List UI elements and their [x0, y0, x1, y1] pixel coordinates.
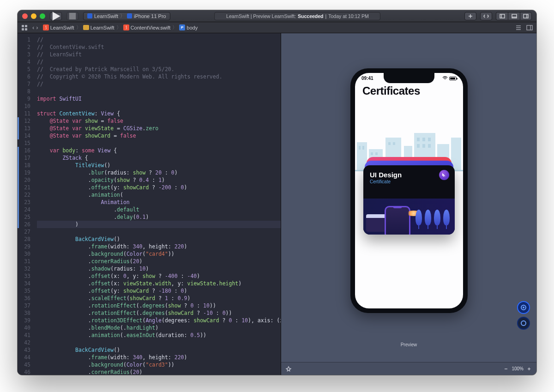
- device-frame: 09:41 Certificates: [350, 68, 468, 313]
- preview-inspect-button[interactable]: [517, 317, 530, 330]
- zoom-in-button[interactable]: [526, 366, 532, 372]
- zoom-level[interactable]: 100%: [512, 366, 524, 371]
- back-button[interactable]: ‹: [32, 24, 34, 30]
- svg-rect-18: [371, 152, 373, 155]
- swift-file-icon: ⟆: [123, 24, 129, 30]
- fullscreen-icon[interactable]: [40, 13, 45, 19]
- svg-rect-8: [527, 25, 532, 30]
- history-nav: ‹ ›: [32, 24, 38, 30]
- library-button[interactable]: [464, 12, 476, 20]
- svg-rect-20: [388, 142, 391, 145]
- editor-options-icon[interactable]: [526, 24, 533, 31]
- stop-button[interactable]: [66, 12, 78, 20]
- close-icon[interactable]: [22, 13, 28, 19]
- battery-icon: [449, 77, 457, 80]
- preview-page-title: Certificates: [355, 81, 463, 99]
- svg-rect-25: [417, 144, 420, 148]
- svg-rect-2: [512, 14, 517, 18]
- status-separator: |: [325, 13, 327, 19]
- canvas-area[interactable]: 09:41 Certificates: [281, 33, 536, 362]
- card-illustration: [363, 199, 455, 235]
- device-icon: [127, 13, 132, 18]
- status-prefix: LearnSwift | Preview LearnSwift:: [226, 13, 296, 19]
- editor-split: 1234567891011121314151617181920212223242…: [18, 33, 536, 375]
- wifi-icon: [442, 76, 448, 80]
- folder-icon: [83, 25, 89, 30]
- chevron-right-icon: 〉: [120, 12, 125, 19]
- minimize-icon[interactable]: [31, 13, 36, 19]
- scheme-target-label: LearnSwift: [94, 13, 118, 19]
- svg-rect-4: [22, 25, 24, 27]
- path-symbol-label: body: [187, 25, 198, 30]
- scheme-selector[interactable]: LearnSwift 〉 iPhone 11 Pro: [83, 12, 170, 20]
- path-file-label: ContentView.swift: [131, 25, 171, 30]
- svg-rect-26: [422, 144, 425, 148]
- card-title: UI Design: [370, 171, 448, 179]
- svg-rect-17: [362, 146, 364, 150]
- card-stack: UI Design Certificate: [363, 165, 455, 239]
- zoom-out-button[interactable]: [503, 366, 509, 372]
- pin-icon[interactable]: [286, 366, 291, 372]
- forward-button[interactable]: ›: [36, 24, 38, 30]
- device-screen[interactable]: 09:41 Certificates: [355, 73, 463, 308]
- svg-rect-6: [22, 28, 24, 30]
- path-project[interactable]: ⟆ LearnSwift: [43, 24, 74, 30]
- svg-rect-19: [375, 152, 378, 155]
- svg-rect-16: [359, 146, 361, 150]
- swift-logo-icon: [439, 170, 449, 180]
- preview-label: Preview: [281, 342, 536, 347]
- status-result: Succeeded: [298, 13, 323, 19]
- card-subtitle: Certificate: [370, 179, 448, 184]
- toggle-debug-button[interactable]: [508, 12, 520, 20]
- editor-lines-icon[interactable]: [515, 24, 522, 31]
- code-area[interactable]: //// ContentView.swift// LearnSwift//// …: [34, 33, 281, 375]
- property-icon: P: [179, 24, 185, 30]
- chevron-right-icon: 〉: [76, 24, 81, 31]
- svg-rect-24: [428, 138, 431, 141]
- source-editor[interactable]: 1234567891011121314151617181920212223242…: [18, 33, 281, 375]
- scheme-device-label: iPhone 11 Pro: [134, 13, 166, 19]
- canvas-footer: 100%: [281, 362, 536, 375]
- activity-status: LearnSwift | Preview LearnSwift: Succeed…: [214, 12, 380, 20]
- path-group-label: LearnSwift: [90, 25, 114, 30]
- code-review-button[interactable]: [480, 12, 492, 20]
- svg-rect-22: [417, 138, 420, 141]
- status-time: Today at 10:12 PM: [328, 13, 369, 19]
- svg-rect-1: [500, 14, 505, 18]
- device-time: 09:41: [361, 76, 373, 81]
- path-symbol[interactable]: P body: [179, 24, 198, 30]
- toolbar-right: [464, 12, 532, 20]
- titlebar: LearnSwift 〉 iPhone 11 Pro LearnSwift | …: [18, 10, 536, 22]
- svg-rect-27: [428, 144, 431, 148]
- svg-rect-23: [422, 138, 425, 141]
- project-icon: ⟆: [43, 24, 49, 30]
- front-card: UI Design Certificate: [363, 165, 455, 235]
- svg-rect-5: [25, 25, 27, 27]
- svg-point-33: [521, 321, 526, 326]
- panel-toggles: [496, 12, 532, 20]
- target-icon: [87, 13, 92, 18]
- svg-rect-3: [524, 14, 528, 18]
- toggle-inspector-button[interactable]: [520, 12, 532, 20]
- change-bar: [18, 33, 19, 375]
- path-project-label: LearnSwift: [50, 25, 74, 30]
- window-controls: [22, 13, 45, 19]
- xcode-window: LearnSwift 〉 iPhone 11 Pro LearnSwift | …: [18, 10, 536, 375]
- path-group[interactable]: LearnSwift: [83, 25, 114, 30]
- run-button[interactable]: [50, 12, 62, 20]
- svg-rect-7: [25, 28, 27, 30]
- svg-point-32: [523, 307, 524, 308]
- toggle-navigator-button[interactable]: [496, 12, 508, 20]
- live-preview-button[interactable]: [517, 301, 530, 314]
- related-items-icon[interactable]: [21, 24, 28, 31]
- svg-rect-0: [69, 12, 76, 19]
- chevron-right-icon: 〉: [172, 24, 177, 31]
- chevron-right-icon: 〉: [116, 24, 121, 31]
- preview-canvas: 09:41 Certificates: [281, 33, 536, 375]
- path-file[interactable]: ⟆ ContentView.swift: [123, 24, 171, 30]
- line-gutter: 1234567891011121314151617181920212223242…: [19, 33, 34, 375]
- svg-rect-21: [393, 142, 395, 145]
- jump-bar: ‹ › ⟆ LearnSwift 〉 LearnSwift 〉 ⟆ Conten…: [18, 22, 536, 33]
- device-notch: [384, 73, 434, 83]
